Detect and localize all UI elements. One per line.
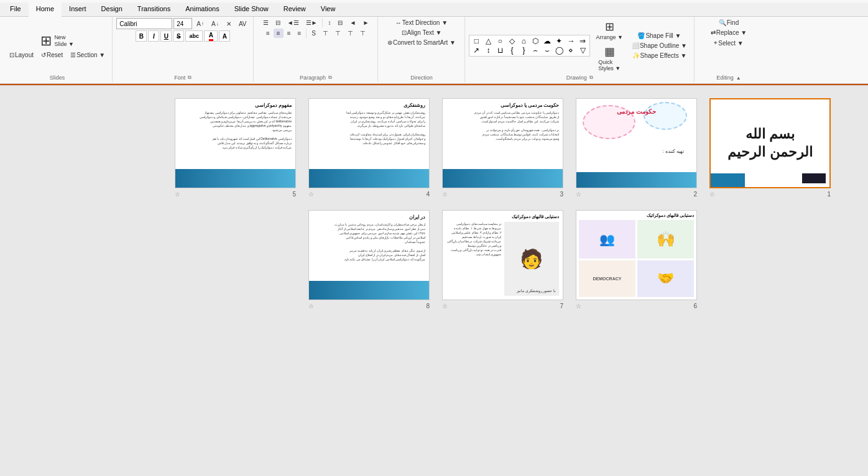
- justify-button[interactable]: ≡: [294, 29, 304, 38]
- slide-thumb-4[interactable]: روشنفکری روشنفکران نقش مهمی در شکل‌گیری …: [308, 98, 430, 188]
- text-direction-icon: ↔: [395, 19, 402, 26]
- shape-2[interactable]: △: [482, 37, 494, 45]
- replace-button[interactable]: ⇄ Replace ▼: [708, 28, 750, 37]
- font-size-input[interactable]: [173, 18, 192, 29]
- tab-review[interactable]: Review: [276, 2, 313, 16]
- rtl-button[interactable]: ►: [359, 18, 372, 27]
- slide-3-bg: [443, 169, 563, 188]
- line-spacing-button[interactable]: ↕: [325, 18, 334, 27]
- shape-11[interactable]: ↗: [471, 46, 482, 55]
- slide-8-bg: [309, 281, 429, 300]
- slide-7-star[interactable]: ☆: [442, 303, 448, 309]
- increase-font-button[interactable]: A↑: [193, 19, 207, 29]
- shape-7[interactable]: ☁: [542, 37, 553, 45]
- align-left-button[interactable]: ≡: [263, 29, 273, 38]
- char-spacing-button[interactable]: AV: [236, 19, 250, 29]
- shape-6[interactable]: ⬡: [530, 37, 541, 45]
- bullets-button[interactable]: ☰: [260, 18, 272, 27]
- underline-button[interactable]: U: [160, 30, 172, 42]
- editing-collapse-icon[interactable]: ▲: [736, 75, 741, 81]
- abc-button[interactable]: abc: [185, 30, 203, 42]
- shape-1[interactable]: □: [471, 37, 482, 45]
- shape-10[interactable]: ⇒: [577, 37, 588, 45]
- align-center-button[interactable]: ≡: [274, 29, 284, 38]
- slide-thumb-2[interactable]: حکومت مردمی تهیه کننده :: [576, 98, 697, 188]
- shape-outline-button[interactable]: ⬜ Shape Outline ▼: [629, 41, 690, 50]
- text-highlight-button[interactable]: A: [219, 30, 230, 42]
- shape-8[interactable]: ✦: [553, 37, 565, 45]
- slide-2-star[interactable]: ☆: [576, 191, 581, 198]
- tab-view[interactable]: View: [313, 2, 343, 16]
- shape-9[interactable]: →: [565, 37, 576, 45]
- quick-styles-button[interactable]: ▦ QuickStyles ▼: [593, 43, 626, 73]
- shape-19[interactable]: ⋄: [565, 46, 576, 55]
- slide-1-star[interactable]: ☆: [709, 191, 715, 198]
- reset-button[interactable]: ↺ Reset: [38, 50, 66, 60]
- slide-thumb-5[interactable]: مفهوم دموکراسی نظریه‌های سیاسی معاصر مفا…: [175, 98, 296, 188]
- decrease-indent-button[interactable]: ◄☰: [284, 18, 302, 27]
- numbering-button[interactable]: ⊟: [272, 18, 284, 27]
- shape-12[interactable]: ↕: [482, 46, 494, 55]
- arrange-button[interactable]: ⊞ Arrange ▼: [593, 18, 626, 42]
- shape-13[interactable]: ⊔: [494, 46, 506, 55]
- slide-thumb-8[interactable]: در ایران از نظر برخی صاحبنظران و کارشناس…: [308, 210, 430, 300]
- new-slide-button[interactable]: ⊞ New Slide ▼: [37, 32, 76, 50]
- shape-3[interactable]: ○: [494, 37, 506, 45]
- shape-5[interactable]: ⌂: [518, 37, 529, 45]
- slide-1-number: 1: [827, 191, 831, 198]
- slide-6-star[interactable]: ☆: [576, 303, 581, 309]
- slide-8-title: در ایران: [309, 211, 429, 221]
- slide-thumb-3[interactable]: حکومت مردمی یا دموکراسی دموکراسی یا حکوم…: [442, 98, 563, 188]
- para-option3[interactable]: ⊤: [344, 29, 356, 38]
- shape-17[interactable]: ⌣: [542, 46, 553, 55]
- align-text-button[interactable]: ⊡ Align Text ▼: [399, 28, 445, 37]
- tab-animations[interactable]: Animations: [178, 2, 226, 16]
- shape-15[interactable]: }: [518, 46, 529, 55]
- strikethrough-button[interactable]: S: [173, 30, 184, 42]
- increase-indent-button[interactable]: ☰►: [303, 18, 321, 27]
- shape-fill-button[interactable]: 🪣 Shape Fill ▼: [629, 31, 690, 40]
- shape-effects-button[interactable]: ✨ Shape Effects ▼: [629, 51, 690, 60]
- select-button[interactable]: ⌖ Select ▼: [711, 38, 746, 48]
- tab-insert[interactable]: Insert: [62, 2, 94, 16]
- font-color-button[interactable]: A: [204, 30, 218, 42]
- columns-button[interactable]: ⊟: [335, 18, 346, 27]
- tab-file[interactable]: File: [2, 2, 29, 16]
- align-right-button[interactable]: ≡: [284, 29, 294, 38]
- font-expand-icon[interactable]: ⧉: [188, 75, 192, 81]
- tab-transitions[interactable]: Transitions: [130, 2, 178, 16]
- font-name-input[interactable]: [116, 18, 172, 29]
- slide-4-star[interactable]: ☆: [308, 191, 314, 198]
- drawing-expand-icon[interactable]: ⧉: [589, 75, 593, 81]
- para-option1[interactable]: ⊤: [320, 29, 331, 38]
- slide-thumb-7[interactable]: دستیابی قالبهای دموکراتیک 🧑 با حضور روشن…: [442, 210, 563, 300]
- convert-smartart-button[interactable]: ⊛ Convert to SmartArt ▼: [384, 38, 459, 47]
- decrease-font-button[interactable]: A↓: [208, 19, 222, 29]
- para-option4[interactable]: ⊤: [357, 29, 369, 38]
- slide-3-star[interactable]: ☆: [442, 191, 448, 198]
- shape-14[interactable]: {: [506, 46, 517, 55]
- section-button[interactable]: ☰ Section ▼: [67, 50, 108, 60]
- italic-button[interactable]: I: [148, 30, 159, 42]
- tab-slideshow[interactable]: Slide Show: [227, 2, 276, 16]
- paragraph-expand-icon[interactable]: ⧉: [328, 75, 332, 81]
- find-button[interactable]: 🔍 Find: [716, 18, 742, 27]
- text-shadow-button[interactable]: S: [308, 29, 319, 38]
- layout-button[interactable]: ⊡ Layout: [6, 50, 37, 60]
- clear-format-button[interactable]: ✕: [223, 19, 234, 29]
- slide-thumb-1[interactable]: بسم اللهالرحمن الرحیم: [709, 98, 831, 188]
- shape-20[interactable]: ▽: [577, 46, 588, 55]
- tab-home[interactable]: Home: [29, 2, 62, 17]
- slide-thumb-6[interactable]: دستیابی قالبهای دموکراتیک 🙌 👥 🤝 DEMOCRAC…: [576, 210, 697, 300]
- tab-design[interactable]: Design: [94, 2, 130, 16]
- slide-8-star[interactable]: ☆: [308, 303, 314, 309]
- shape-16[interactable]: ⌢: [530, 46, 541, 55]
- ltr-button[interactable]: ◄: [346, 18, 359, 27]
- text-direction-button[interactable]: ↔ Text Direction ▼: [392, 18, 451, 27]
- bold-button[interactable]: B: [136, 30, 147, 42]
- shape-18[interactable]: ◯: [553, 46, 565, 55]
- slide-5-star[interactable]: ☆: [175, 191, 180, 198]
- shape-4[interactable]: ◇: [506, 37, 517, 45]
- select-icon: ⌖: [714, 39, 718, 47]
- para-option2[interactable]: ⊤: [332, 29, 344, 38]
